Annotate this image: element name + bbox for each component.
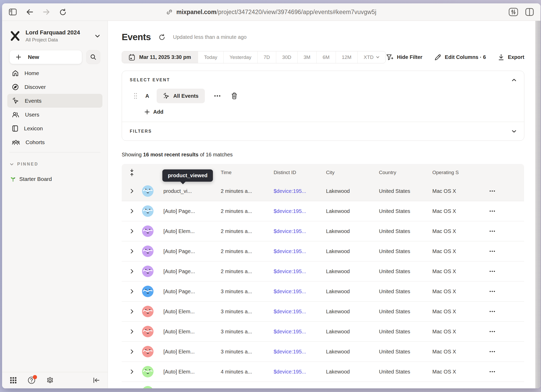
sidebar-item-starter-board[interactable]: Starter Board bbox=[2, 176, 108, 182]
col-distinct-id[interactable]: Distinct ID bbox=[274, 170, 326, 175]
distinct-id-link[interactable]: $device:195... bbox=[274, 188, 326, 194]
row-menu-button[interactable] bbox=[482, 210, 495, 212]
edit-columns-button[interactable]: Edit Columns · 6 bbox=[434, 54, 486, 61]
distinct-id-link[interactable]: $device:195... bbox=[274, 248, 326, 254]
range-3m[interactable]: 3M bbox=[297, 51, 316, 63]
expand-row-icon[interactable] bbox=[131, 269, 133, 274]
forward-icon[interactable] bbox=[43, 9, 50, 15]
page-settings-icon[interactable] bbox=[509, 8, 518, 16]
table-row[interactable]: [Auto] Elem... 3 minutes a... $device:19… bbox=[122, 302, 524, 322]
events-cursor-icon bbox=[12, 97, 19, 104]
sidebar-toggle-icon[interactable] bbox=[9, 9, 17, 15]
back-icon[interactable] bbox=[26, 9, 33, 15]
trash-icon[interactable] bbox=[231, 92, 238, 100]
chevron-up-icon[interactable] bbox=[512, 79, 516, 81]
collapse-sidebar-icon[interactable] bbox=[93, 377, 100, 383]
export-button[interactable]: Export bbox=[498, 54, 524, 61]
chevron-down-icon bbox=[95, 35, 100, 38]
table-row[interactable]: [Auto] Elem... 4 minutes a... $device:19… bbox=[122, 382, 524, 388]
event-name-cell: [Auto] Elem... bbox=[163, 349, 221, 355]
range-yesterday[interactable]: Yesterday bbox=[223, 51, 257, 63]
expand-row-icon[interactable] bbox=[131, 209, 133, 213]
row-menu-button[interactable] bbox=[482, 190, 495, 192]
row-menu-button[interactable] bbox=[482, 271, 495, 272]
expand-row-icon[interactable] bbox=[131, 249, 133, 254]
table-row[interactable]: [Auto] Page... 2 minutes a... $device:19… bbox=[122, 241, 524, 261]
range-6m[interactable]: 6M bbox=[316, 51, 335, 63]
help-button[interactable] bbox=[28, 376, 35, 384]
pinned-section-header[interactable]: PINNED bbox=[2, 162, 108, 167]
distinct-id-link[interactable]: $device:195... bbox=[274, 268, 326, 274]
row-menu-button[interactable] bbox=[482, 230, 495, 232]
range-7d[interactable]: 7D bbox=[257, 51, 276, 63]
event-name-cell: [Auto] Page... bbox=[163, 289, 221, 295]
row-menu-button[interactable] bbox=[482, 250, 495, 252]
app-grid-icon[interactable] bbox=[10, 377, 17, 384]
event-avatar bbox=[142, 225, 153, 237]
expand-row-icon[interactable] bbox=[131, 369, 133, 374]
export-label: Export bbox=[508, 54, 524, 60]
settings-gear-icon[interactable] bbox=[46, 377, 54, 384]
split-view-icon[interactable] bbox=[525, 8, 534, 16]
distinct-id-link[interactable]: $device:195... bbox=[274, 349, 326, 355]
refresh-icon[interactable] bbox=[59, 9, 66, 16]
event-name-cell: [Auto] Elem... bbox=[163, 309, 221, 315]
distinct-id-link[interactable]: $device:195... bbox=[274, 228, 326, 234]
table-row[interactable]: [Auto] Elem... 3 minutes a... $device:19… bbox=[122, 342, 524, 362]
hide-filter-button[interactable]: Hide Filter bbox=[386, 54, 422, 61]
date-picker-button[interactable]: Mar 11, 2025 3:30 pm bbox=[122, 51, 198, 63]
col-country[interactable]: Country bbox=[379, 170, 432, 175]
expand-row-icon[interactable] bbox=[131, 329, 133, 334]
row-menu-button[interactable] bbox=[482, 311, 495, 312]
distinct-id-link[interactable]: $device:195... bbox=[274, 289, 326, 295]
range-today[interactable]: Today bbox=[198, 51, 223, 63]
table-row[interactable]: [Auto] Elem... 3 minutes a... $device:19… bbox=[122, 322, 524, 342]
distinct-id-link[interactable]: $device:195... bbox=[274, 369, 326, 375]
table-row[interactable]: [Auto] Elem... 2 minutes a... $device:19… bbox=[122, 221, 524, 241]
table-row[interactable]: [Auto] Elem... 4 minutes a... $device:19… bbox=[122, 362, 524, 382]
sidebar-item-discover[interactable]: Discover bbox=[7, 80, 102, 94]
drag-handle-icon[interactable] bbox=[133, 93, 138, 99]
range-xtd[interactable]: XTD bbox=[357, 51, 385, 63]
event-more-button[interactable] bbox=[214, 95, 220, 97]
expand-row-icon[interactable] bbox=[131, 349, 133, 354]
range-12m[interactable]: 12M bbox=[336, 51, 358, 63]
add-event-button[interactable]: Add bbox=[145, 109, 163, 115]
distinct-id-link[interactable]: $device:195... bbox=[274, 208, 326, 214]
table-row[interactable]: [Auto] Page... 3 minutes a... $device:19… bbox=[122, 281, 524, 302]
chevron-down-icon bbox=[512, 130, 516, 133]
sidebar-item-users[interactable]: Users bbox=[7, 108, 102, 121]
table-row[interactable]: [Auto] Page... 2 minutes a... $device:19… bbox=[122, 201, 524, 221]
table-row[interactable]: [Auto] Page... 2 minutes a... $device:19… bbox=[122, 261, 524, 281]
row-menu-button[interactable] bbox=[482, 351, 495, 352]
filters-section[interactable]: FILTERS bbox=[122, 122, 524, 140]
search-button[interactable] bbox=[86, 50, 100, 64]
distinct-id-link[interactable]: $device:195... bbox=[274, 329, 326, 335]
vertical-scrollbar[interactable] bbox=[535, 21, 540, 388]
time-cell: 3 minutes a... bbox=[221, 349, 274, 355]
collapse-all-icon[interactable] bbox=[130, 169, 134, 176]
expand-row-icon[interactable] bbox=[131, 189, 133, 193]
expand-row-icon[interactable] bbox=[131, 289, 133, 294]
workspace-switcher[interactable]: Lord Farquaad 2024 All Project Data bbox=[2, 29, 108, 43]
distinct-id-link[interactable]: $device:195... bbox=[274, 309, 326, 315]
address-bar[interactable]: mixpanel.com/project/3472420/view/397469… bbox=[166, 9, 377, 16]
row-menu-button[interactable] bbox=[482, 371, 495, 372]
expand-row-icon[interactable] bbox=[131, 309, 133, 314]
col-os[interactable]: Operating S bbox=[432, 170, 482, 175]
refresh-results-icon[interactable] bbox=[159, 34, 165, 40]
sidebar-item-cohorts[interactable]: Cohorts bbox=[7, 135, 102, 149]
event-avatar bbox=[142, 286, 153, 297]
sidebar-item-lexicon[interactable]: Lexicon bbox=[7, 121, 102, 135]
range-30d[interactable]: 30D bbox=[276, 51, 297, 63]
row-menu-button[interactable] bbox=[482, 291, 495, 292]
event-avatar bbox=[142, 185, 153, 197]
event-selector-chip[interactable]: All Events bbox=[157, 89, 205, 103]
new-button[interactable]: New bbox=[9, 50, 82, 64]
col-city[interactable]: City bbox=[326, 170, 379, 175]
row-menu-button[interactable] bbox=[482, 331, 495, 332]
expand-row-icon[interactable] bbox=[131, 229, 133, 234]
sidebar-item-events[interactable]: Events bbox=[7, 94, 102, 108]
col-time[interactable]: Time bbox=[221, 170, 274, 175]
sidebar-item-home[interactable]: Home bbox=[7, 66, 102, 80]
